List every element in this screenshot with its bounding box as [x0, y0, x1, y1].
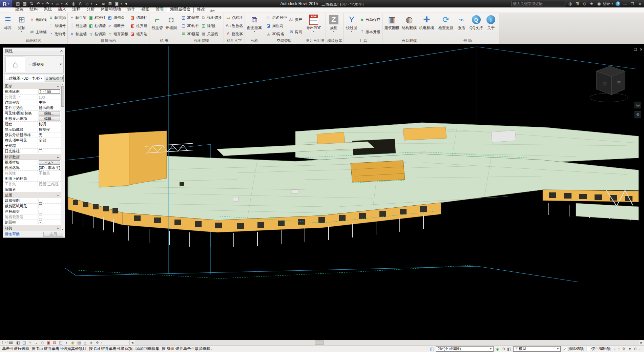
select-underlay-icon[interactable]: ⌂ [618, 347, 620, 351]
property-value[interactable] [38, 176, 61, 181]
unlocked-3d-view-icon[interactable]: ◰ [58, 340, 63, 345]
switch-windows-icon[interactable]: ▣ [114, 1, 120, 7]
wall-chamfer-button[interactable]: ◩墙倒角 [107, 14, 128, 21]
displacement-sets-icon[interactable]: ◈ [89, 340, 94, 345]
search-binoculars-icon[interactable]: ◎ [567, 1, 573, 6]
palette-scrollbar-thumb[interactable] [61, 86, 64, 107]
property-checkbox[interactable]: ✓ [39, 221, 42, 224]
restore-button[interactable]: ❐ [630, 2, 635, 6]
property-edit-button[interactable]: 编辑... [39, 117, 60, 121]
sequence-number-button[interactable]: ⋮顺编号 [48, 22, 66, 29]
close-button[interactable]: ✕ [637, 2, 643, 6]
reveal-hidden-elements-icon[interactable]: ◉ [70, 340, 76, 345]
crop-view-icon[interactable]: ▣ [46, 340, 51, 345]
design-option-dropdown[interactable]: 主模型▼ [513, 346, 561, 352]
property-section-相机[interactable]: 相机▲ [3, 225, 61, 231]
property-section-标识数据[interactable]: 标识数据▲ [3, 154, 61, 160]
favorites-star-icon[interactable]: ★ [589, 1, 594, 6]
property-value[interactable]: 显示两者 [38, 105, 61, 110]
active-workset-dropdown[interactable]: 2层(不可编辑)▼ [436, 346, 494, 352]
quick-filter-button[interactable]: Y快过滤▼ [345, 13, 358, 38]
property-value[interactable]: 全部 [38, 138, 61, 143]
3d-component-button[interactable]: ▢3D构件 [181, 22, 199, 29]
scroll-left-icon[interactable]: ‹ [101, 341, 102, 345]
column-align-wall-button[interactable]: ◧柱齐墙 [130, 22, 147, 29]
redo-icon[interactable]: ↷ [45, 1, 51, 7]
exchange-apps-icon[interactable]: ⊞ [575, 1, 580, 6]
close-baseline-button[interactable]: ▦关基线 [201, 30, 222, 38]
analytical-model-icon[interactable]: ◬ [83, 340, 88, 345]
temporary-hide-isolate-icon[interactable]: ◐ [64, 340, 69, 345]
save-icon[interactable]: ▦ [22, 1, 28, 7]
property-value[interactable]: 按规程 [38, 127, 61, 132]
redo-icon-dropdown[interactable]: ▼ [51, 3, 54, 5]
standard-column-button[interactable]: ▣标准柱 [88, 14, 106, 21]
viewcube[interactable]: 前 右 [590, 66, 628, 102]
line-to-wall-button[interactable]: ┼线生墙 [69, 22, 87, 29]
version-upgrade-button[interactable]: ↥版本升级 [359, 28, 380, 36]
steering-wheel-icon[interactable]: ◎ [635, 102, 641, 108]
main-to-aux-button[interactable]: ⇄主转辅 [29, 28, 47, 36]
room-name-center-button[interactable]: 回房名居中 [266, 14, 287, 21]
property-value[interactable]: 中等 [38, 100, 61, 105]
type-preview[interactable]: ⌂ 三维视图 ▼ [4, 55, 64, 74]
worksharing-display-icon[interactable]: ❖ [95, 340, 100, 345]
design-options-icon[interactable]: ◧ [507, 347, 511, 351]
show-crop-region-icon[interactable]: ⊡ [52, 340, 57, 345]
section-collapse-icon[interactable]: ▲ [57, 194, 59, 197]
view-minimize-icon[interactable]: — [628, 47, 631, 52]
undo-icon-dropdown[interactable]: ▼ [42, 3, 44, 5]
hide-show-button[interactable]: ◫隐/显 [201, 22, 222, 29]
edit-type-button[interactable]: ⊟ 编辑类型 [45, 75, 64, 82]
palette-title-bar[interactable]: 属性 ✕ [3, 48, 65, 54]
3d-room-name-button[interactable]: ◬3D房名 [266, 30, 287, 38]
property-value[interactable]: 100 [38, 95, 61, 100]
about-button[interactable]: i关于 [484, 13, 498, 38]
type-dropdown-icon[interactable]: ▼ [59, 63, 63, 66]
wall-opening-button[interactable]: ◘开墙洞 [164, 13, 178, 38]
sign-in-button[interactable]: ◉登录▼ [596, 1, 614, 6]
exclude-options-checkbox[interactable]: ✓ 排除选项 [563, 346, 584, 351]
auto-save-button[interactable]: ◙自动保存 [359, 16, 380, 23]
switch-windows-icon-dropdown[interactable]: ▼ [120, 3, 123, 5]
application-menu-button[interactable]: R▼ [0, 0, 13, 7]
tab-bar-extra-icon[interactable]: ◉▾ [210, 9, 215, 13]
selection-filter-icon[interactable]: ▼ [628, 347, 632, 351]
view-restore-icon[interactable]: ❐ [634, 47, 637, 52]
export-pdf-button[interactable]: PDF导出PDF▼ [305, 13, 322, 38]
section-icon[interactable]: ◒ [94, 1, 100, 7]
property-value[interactable]: {3D - 李水平} [38, 165, 61, 170]
view-scale-button[interactable]: 1 : 100 [2, 341, 13, 345]
sun-path-icon[interactable]: ☀ [28, 340, 33, 345]
default-3d-view-icon[interactable]: ◇ [84, 1, 90, 7]
activate-button[interactable]: ⌁激活 [455, 13, 468, 38]
property-edit-button[interactable]: 编辑... [39, 111, 60, 116]
minimize-button[interactable]: — [622, 2, 628, 6]
open-icon[interactable]: ▤ [15, 1, 21, 7]
level-button[interactable]: ≣标高 [1, 13, 15, 38]
measure-icon-dropdown[interactable]: ▼ [61, 3, 63, 5]
mep-remodel-button[interactable]: ✚机电翻模 [418, 13, 435, 38]
property-section-图形[interactable]: 图形▲ [3, 83, 61, 89]
view-close-icon[interactable]: ✕ [640, 47, 643, 52]
properties-help-link[interactable]: 属性帮助 [5, 232, 20, 237]
temporary-view-properties-icon[interactable]: ▤ [77, 340, 82, 345]
section-collapse-icon[interactable]: ▲ [57, 85, 59, 88]
face-distance-button[interactable]: ⧉面面距离▼ [246, 13, 263, 38]
text-icon[interactable]: A [77, 1, 83, 7]
wall-align-edge-button[interactable]: ◪墙齐边 [130, 30, 147, 38]
rename-family-button[interactable]: Aa改族名 [226, 22, 243, 29]
detail-level-icon[interactable]: ◧ [16, 340, 21, 345]
measure-icon[interactable]: ⇄ [54, 1, 60, 7]
worksets-icon[interactable]: ◫ [430, 347, 434, 351]
zuku-button[interactable]: Z族酷▼ [327, 13, 340, 38]
grid-axes-button[interactable]: ⊞矩轴▼ [15, 13, 28, 38]
axis-reorder-button[interactable]: ≡轴重排 [48, 14, 66, 21]
property-brush-button[interactable]: ◪属性刷 [266, 22, 287, 29]
apply-button[interactable]: 应用 [43, 232, 63, 237]
infocenter-search-input[interactable]: 键入关键字或短语 [511, 1, 565, 6]
property-value-field[interactable]: 1 : 100 [39, 89, 60, 94]
property-checkbox[interactable] [39, 210, 42, 213]
select-links-icon[interactable]: ⌁ [613, 347, 616, 351]
aligned-dimension-icon[interactable]: ∡ [64, 1, 70, 7]
